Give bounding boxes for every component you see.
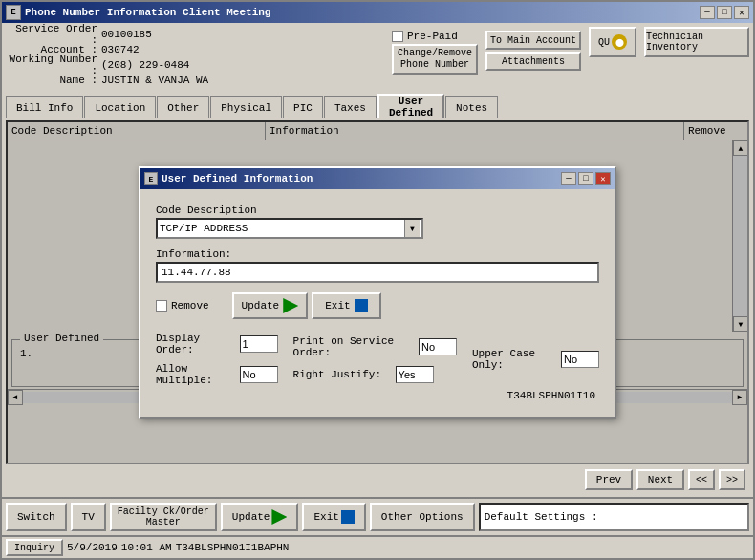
- info-bar: Service Order : 00100185 Account : 03074…: [6, 27, 749, 88]
- update-arrow-icon: [283, 298, 298, 313]
- tab-user-defined[interactable]: UserDefined: [378, 94, 444, 118]
- modal-overlay: E User Defined Information — □ ✕: [8, 122, 747, 463]
- change-phone-button[interactable]: Change/RemovePhone Number: [392, 44, 478, 75]
- prepaid-area: Pre-Paid Change/RemovePhone Number: [392, 27, 478, 75]
- tab-taxes[interactable]: Taxes: [324, 96, 377, 118]
- other-options-button[interactable]: Other Options: [370, 503, 475, 531]
- maximize-button[interactable]: □: [717, 6, 732, 19]
- allow-multiple-label: Allow Multiple:: [156, 363, 226, 386]
- service-order-label: Service Order :: [6, 23, 101, 46]
- tab-location[interactable]: Location: [84, 96, 156, 118]
- main-window: E Phone Number Information Client Meetin…: [0, 0, 755, 560]
- qu-label: QU: [598, 37, 610, 48]
- switch-button[interactable]: Switch: [6, 503, 67, 531]
- content-area: Service Order : 00100185 Account : 03074…: [2, 23, 753, 497]
- right-justify-label: Right Justify:: [293, 369, 381, 380]
- qu-button[interactable]: QU ⬤: [589, 27, 636, 57]
- title-controls: — □ ✕: [700, 6, 749, 19]
- tab-notes[interactable]: Notes: [445, 96, 498, 118]
- app-icon: E: [6, 5, 21, 20]
- dialog-close-button[interactable]: ✕: [595, 172, 611, 185]
- window-title: Phone Number Information Client Meeting: [25, 7, 270, 18]
- code-description-group: Code Description TCP/IP ADDRESS ▼: [156, 205, 599, 239]
- dialog-title: User Defined Information: [162, 173, 313, 184]
- dialog-icon: E: [144, 172, 158, 185]
- dialog-minimize-button[interactable]: —: [561, 172, 576, 185]
- status-time: 10:01 AM: [121, 542, 172, 553]
- tab-bill-info[interactable]: Bill Info: [6, 96, 83, 118]
- remove-label: Remove: [171, 300, 209, 312]
- tab-physical[interactable]: Physical: [210, 96, 282, 118]
- title-bar: E Phone Number Information Client Meetin…: [2, 2, 753, 23]
- exit-square-icon: [355, 299, 368, 312]
- inquiry-button[interactable]: Inquiry: [6, 539, 63, 556]
- action-bar: Switch TV Facilty Ck/OrderMaster Update …: [2, 497, 753, 535]
- tech-inventory-button[interactable]: Technician Inventory: [644, 27, 749, 57]
- display-order-label: Display Order:: [156, 333, 226, 355]
- default-settings: Default Settings :: [479, 503, 749, 531]
- account-value: 030742: [101, 44, 140, 55]
- prepaid-checkbox[interactable]: [392, 31, 403, 42]
- tv-button[interactable]: TV: [71, 503, 106, 531]
- code-description-select[interactable]: TCP/IP ADDRESS ▼: [156, 218, 423, 239]
- tabs-container: Bill Info Location Other Physical PIC Ta…: [6, 94, 749, 118]
- information-label: Information:: [156, 248, 599, 260]
- status-id: T34BLSPHN01I1BAPHN: [176, 542, 290, 553]
- right-justify-input[interactable]: [396, 366, 434, 383]
- information-input[interactable]: [156, 262, 599, 283]
- qu-indicator: ⬤: [612, 34, 627, 50]
- main-account-button[interactable]: To Main Account: [485, 31, 581, 50]
- allow-multiple-input[interactable]: [240, 366, 278, 383]
- information-group: Information:: [156, 248, 599, 283]
- code-description-value: TCP/IP ADDRESS: [160, 223, 404, 234]
- working-number-label: Working Number :: [6, 54, 101, 76]
- tab-pic[interactable]: PIC: [283, 96, 323, 118]
- upper-case-input[interactable]: [561, 351, 599, 368]
- update-button[interactable]: Update: [221, 503, 299, 531]
- service-order-value: 00100185: [101, 29, 152, 40]
- working-number-value: (208) 229-0484: [101, 59, 189, 71]
- user-defined-dialog: E User Defined Information — □ ✕: [139, 166, 616, 419]
- remove-row: Remove Update Exit: [156, 292, 599, 319]
- prev-arrow-button[interactable]: <<: [688, 469, 715, 490]
- exit-button[interactable]: Exit: [302, 503, 365, 531]
- tab-other[interactable]: Other: [157, 96, 209, 118]
- status-date: 5/9/2019: [67, 542, 118, 553]
- service-info: Service Order : 00100185 Account : 03074…: [6, 27, 384, 88]
- next-button[interactable]: Next: [636, 469, 684, 490]
- dropdown-arrow-icon: ▼: [404, 220, 420, 237]
- prev-button[interactable]: Prev: [585, 469, 633, 490]
- dialog-update-button[interactable]: Update: [232, 292, 309, 319]
- status-bar: Inquiry 5/9/2019 10:01 AM T34BLSPHN01I1B…: [2, 535, 753, 558]
- close-button[interactable]: ✕: [734, 6, 749, 19]
- dialog-bottom-id: T34BLSPHN01I10: [156, 390, 599, 401]
- display-order-input[interactable]: [240, 335, 278, 353]
- nav-bar: Prev Next << >>: [6, 466, 749, 493]
- prepaid-label: Pre-Paid: [407, 31, 458, 42]
- code-description-label: Code Description: [156, 205, 599, 216]
- remove-checkbox[interactable]: [156, 300, 167, 312]
- upper-case-label: Upper Case Only:: [472, 348, 547, 371]
- dialog-maximize-button[interactable]: □: [578, 172, 593, 185]
- dialog-title-bar: E User Defined Information — □ ✕: [140, 168, 615, 189]
- name-value: JUSTIN & VANJA WA: [101, 75, 208, 86]
- exit-square-icon: [341, 510, 355, 524]
- print-service-input[interactable]: [419, 338, 457, 355]
- print-service-label: Print on Service Order:: [293, 335, 405, 358]
- tab-panel: Code Description Information Remove ▲ ▼ …: [6, 120, 749, 464]
- facility-button[interactable]: Facilty Ck/OrderMaster: [110, 503, 217, 531]
- dialog-content: Code Description TCP/IP ADDRESS ▼ Inform…: [140, 189, 615, 417]
- next-arrow-button[interactable]: >>: [719, 469, 745, 490]
- update-arrow-icon: [271, 509, 287, 525]
- name-label: Name :: [6, 75, 101, 86]
- minimize-button[interactable]: —: [700, 6, 715, 19]
- dialog-exit-button[interactable]: Exit: [312, 292, 380, 319]
- attachments-button[interactable]: Attachments: [485, 52, 581, 71]
